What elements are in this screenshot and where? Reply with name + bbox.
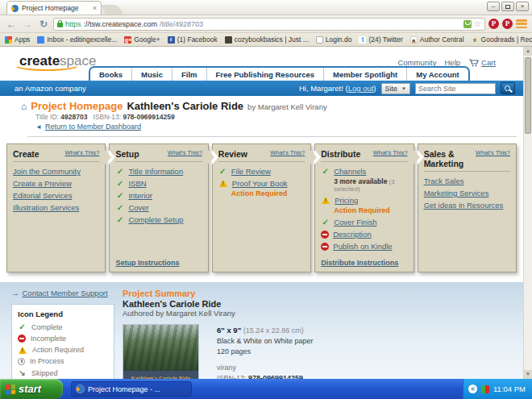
extension-icon[interactable] xyxy=(463,20,472,28)
bookmark-cozybookbasics[interactable]: cozybookbasics | Just ... xyxy=(225,35,309,44)
book-cover-image: Kathleen's Cariole Ride Margaret Kell Vi… xyxy=(123,324,199,379)
tray-chevron-icon[interactable]: < xyxy=(468,384,477,393)
tab-close-icon[interactable]: × xyxy=(93,4,97,12)
owner-name: virany xyxy=(217,364,517,372)
panel-title: Setup xyxy=(115,149,139,159)
taskbar-task-button[interactable]: Project Homepage - ... xyxy=(71,381,192,397)
whats-this-link[interactable]: What's This? xyxy=(64,149,99,156)
clock: 11:04 PM xyxy=(493,384,526,393)
link-file-review[interactable]: File Review xyxy=(231,167,271,176)
link-cover-finish[interactable]: Cover Finish xyxy=(334,218,376,227)
return-dashboard-link[interactable]: Return to Member Dashboard xyxy=(45,123,141,131)
link-title-information[interactable]: Title Information xyxy=(128,167,183,176)
bookmark-login[interactable]: Login.do xyxy=(316,35,352,44)
chrome-menu-icon[interactable] xyxy=(516,19,527,28)
bookmark-author-central[interactable]: aAuthor Central xyxy=(410,35,464,44)
whats-this-link[interactable]: What's This? xyxy=(168,149,202,156)
bookmark-apps[interactable]: Apps xyxy=(5,35,30,44)
nav-film[interactable]: Film xyxy=(172,68,207,81)
complete-icon: ✓ xyxy=(18,322,27,331)
link-marketing-services[interactable]: Marketing Services xyxy=(424,189,489,197)
cart-icon xyxy=(468,59,479,67)
complete-icon: ✓ xyxy=(115,179,124,188)
search-input[interactable] xyxy=(415,83,496,94)
minimize-button[interactable]: – xyxy=(487,2,500,11)
tray-app-icon[interactable] xyxy=(481,385,489,393)
link-track-sales[interactable]: Track Sales xyxy=(424,177,464,185)
pinterest-extension-icon-2[interactable]: P xyxy=(502,19,513,29)
createspace-logo[interactable]: createspace xyxy=(19,53,96,69)
restore-icon xyxy=(505,5,510,9)
link-publish-on-kindle[interactable]: Publish on Kindle xyxy=(333,242,392,251)
whats-this-link[interactable]: What's This? xyxy=(476,149,510,156)
page-scrollbar[interactable]: ▲ ▼ xyxy=(523,47,532,379)
workflow-panels: CreateWhat's This? Join the Community Cr… xyxy=(0,137,523,272)
goodreads-icon: g xyxy=(472,36,479,44)
cover-photo xyxy=(123,325,198,371)
link-get-ideas[interactable]: Get ideas in Resources xyxy=(424,201,504,210)
contact-member-support-link[interactable]: Contact Member Support xyxy=(23,289,108,297)
browser-tab[interactable]: Project Homepage × xyxy=(6,1,102,15)
page-icon xyxy=(316,36,323,44)
amazon-icon: a xyxy=(410,36,418,44)
nav-my-account[interactable]: My Account xyxy=(407,68,468,81)
bookmark-facebook[interactable]: f(1) Facebook xyxy=(168,35,218,44)
bookmark-googleplus[interactable]: g+Google+ xyxy=(124,35,160,44)
reload-button[interactable]: ↻ xyxy=(37,19,50,30)
bookmark-inbox[interactable]: Inbox - editingexcelle... xyxy=(37,35,117,44)
https-lock-icon xyxy=(57,23,63,27)
legend-label: In Process xyxy=(30,357,64,365)
project-summary: Project Summary Kathleen's Cariole Ride … xyxy=(123,289,517,379)
incomplete-icon xyxy=(321,243,329,251)
panel-title: Sales & Marketing xyxy=(424,149,473,168)
forward-button[interactable]: → xyxy=(21,19,34,30)
scroll-down-icon[interactable]: ▼ xyxy=(524,370,532,379)
nav-music[interactable]: Music xyxy=(132,68,172,81)
link-interior[interactable]: Interior xyxy=(128,191,152,200)
windows-logo-icon xyxy=(6,384,15,394)
link-join-community[interactable]: Join the Community xyxy=(13,167,81,176)
chrome-task-icon xyxy=(77,385,84,393)
system-tray: < 11:04 PM xyxy=(463,379,532,399)
link-channels[interactable]: Channels xyxy=(334,167,366,176)
close-button[interactable]: × xyxy=(516,2,529,11)
restore-button[interactable] xyxy=(501,2,514,11)
link-pricing[interactable]: Pricing xyxy=(335,196,358,205)
bookmark-star-icon[interactable]: ☆ xyxy=(474,19,481,28)
whats-this-link[interactable]: What's This? xyxy=(270,149,305,156)
nav-free-publishing-resources[interactable]: Free Publishing Resources xyxy=(207,68,324,81)
link-proof-your-book[interactable]: Proof Your Book xyxy=(232,179,288,188)
link-cover[interactable]: Cover xyxy=(128,203,148,212)
legend-label: Action Required xyxy=(32,346,84,354)
link-isbn[interactable]: ISBN xyxy=(128,179,146,188)
new-tab-button[interactable] xyxy=(101,5,123,15)
link-description[interactable]: Description xyxy=(333,230,372,239)
trim-size: 6" x 9" xyxy=(217,326,241,335)
start-button[interactable]: start xyxy=(0,379,63,399)
address-bar[interactable]: https ://tsw.createspace.com /title/4928… xyxy=(53,18,485,31)
cart-link[interactable]: Cart xyxy=(468,58,496,67)
scrollbar-thumb[interactable] xyxy=(525,57,531,134)
panel-title: Create xyxy=(13,149,39,159)
logo-create: create xyxy=(19,53,60,69)
return-arrow-icon: ◄ xyxy=(35,123,42,131)
pinterest-extension-icon[interactable]: P xyxy=(488,19,499,29)
nav-member-spotlight[interactable]: Member Spotlight xyxy=(324,68,407,81)
bookmark-twitter[interactable]: t(24) Twitter xyxy=(359,35,402,44)
search-scope-select[interactable]: Site▼ xyxy=(381,83,410,94)
logout-link[interactable]: Log out xyxy=(348,84,374,93)
setup-instructions-link[interactable]: Setup Instructions xyxy=(115,259,179,267)
distribute-instructions-link[interactable]: Distribute Instructions xyxy=(321,259,398,267)
complete-icon: ✓ xyxy=(115,167,124,176)
bookmark-goodreads[interactable]: gGoodreads | Recent U... xyxy=(472,35,532,44)
link-illustration-services[interactable]: Illustration Services xyxy=(13,203,79,212)
whats-this-link[interactable]: What's This? xyxy=(373,149,408,156)
search-button[interactable] xyxy=(501,82,515,94)
back-button[interactable]: ← xyxy=(5,19,18,30)
link-create-preview[interactable]: Create a Preview xyxy=(13,179,72,188)
link-complete-setup[interactable]: Complete Setup xyxy=(128,215,183,224)
nav-books[interactable]: Books xyxy=(90,68,132,81)
scroll-up-icon[interactable]: ▲ xyxy=(524,47,532,56)
link-editorial-services[interactable]: Editorial Services xyxy=(13,191,72,200)
twitter-bird-icon: t xyxy=(359,36,366,44)
